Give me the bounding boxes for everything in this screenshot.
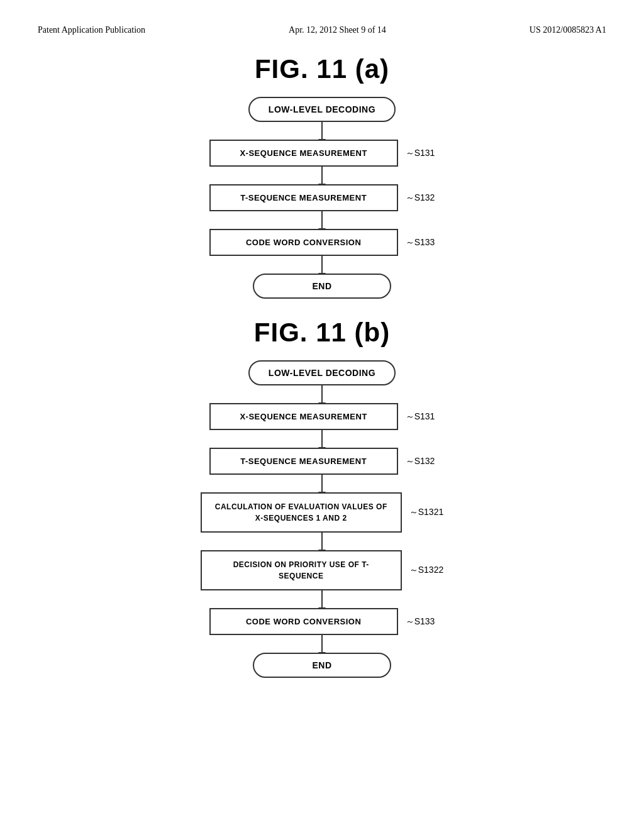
fig11b-label-s1321: ～S1321 [409, 507, 443, 518]
fig11b-process-s1321: CALCULATION OF EVALUATION VALUES OF X-SE… [201, 492, 402, 533]
page-header: Patent Application Publication Apr. 12, … [38, 25, 606, 35]
fig11b-flowchart: LOW-LEVEL DECODING X-SEQUENCE MEASUREMEN… [201, 360, 443, 678]
fig11b-process-s133: CODE WORD CONVERSION [209, 608, 398, 635]
fig11b-label-s1322: ～S1322 [409, 565, 443, 576]
fig11a-label-s132: ～S132 [406, 192, 435, 204]
fig11b-label-s132: ～S132 [406, 456, 435, 467]
fig11a-process-s131: X-SEQUENCE MEASUREMENT [209, 140, 398, 167]
fig11b-process-s132: T-SEQUENCE MEASUREMENT [209, 448, 398, 475]
fig11a-step-end: END [253, 274, 391, 299]
fig11b-arrow-5 [321, 590, 323, 608]
fig11b-arrow-1 [321, 385, 323, 403]
fig11b-step-s1321: CALCULATION OF EVALUATION VALUES OF X-SE… [201, 492, 443, 533]
fig11b-step-s132: T-SEQUENCE MEASUREMENT ～S132 [209, 448, 435, 475]
page: Patent Application Publication Apr. 12, … [0, 0, 644, 830]
fig11b-step-end: END [253, 653, 391, 678]
fig11b-arrow-2 [321, 430, 323, 448]
fig11a-terminal-end: END [253, 274, 391, 299]
fig11a-step-s133: CODE WORD CONVERSION ～S133 [209, 229, 435, 256]
fig11a-arrow-3 [321, 211, 323, 229]
fig11b-arrow-3 [321, 475, 323, 492]
fig11b-arrow-4 [321, 533, 323, 550]
header-right: US 2012/0085823 A1 [530, 25, 606, 35]
fig11b-label-s131: ～S131 [406, 411, 435, 423]
diagrams-container: FIG. 11 (a) LOW-LEVEL DECODING X-SEQUENC… [38, 54, 606, 678]
fig11a-process-s133: CODE WORD CONVERSION [209, 229, 398, 256]
fig11a-flowchart: LOW-LEVEL DECODING X-SEQUENCE MEASUREMEN… [209, 97, 435, 299]
fig11b-arrow-6 [321, 635, 323, 653]
fig11b-process-s1322: DECISION ON PRIORITY USE OF T-SEQUENCE [201, 550, 402, 590]
fig11b-terminal-end: END [253, 653, 391, 678]
fig11b-label-s133: ～S133 [406, 616, 435, 628]
fig11b-terminal-start: LOW-LEVEL DECODING [248, 360, 396, 385]
fig11b-title: FIG. 11 (b) [201, 318, 443, 348]
fig11b-step-start: LOW-LEVEL DECODING [248, 360, 396, 385]
diagram-fig11a: FIG. 11 (a) LOW-LEVEL DECODING X-SEQUENC… [209, 54, 435, 299]
fig11a-terminal-start: LOW-LEVEL DECODING [248, 97, 396, 122]
fig11b-step-s133: CODE WORD CONVERSION ～S133 [209, 608, 435, 635]
diagram-fig11b: FIG. 11 (b) LOW-LEVEL DECODING X-SEQUENC… [201, 318, 443, 678]
fig11b-step-s1322: DECISION ON PRIORITY USE OF T-SEQUENCE ～… [201, 550, 443, 590]
fig11a-step-s132: T-SEQUENCE MEASUREMENT ～S132 [209, 184, 435, 211]
fig11a-process-s132: T-SEQUENCE MEASUREMENT [209, 184, 398, 211]
fig11a-label-s131: ～S131 [406, 148, 435, 159]
fig11b-step-s131: X-SEQUENCE MEASUREMENT ～S131 [209, 403, 435, 430]
fig11a-step-start: LOW-LEVEL DECODING [248, 97, 396, 122]
header-center: Apr. 12, 2012 Sheet 9 of 14 [289, 25, 386, 35]
fig11a-arrow-1 [321, 122, 323, 140]
fig11a-title: FIG. 11 (a) [209, 54, 435, 84]
fig11b-process-s131: X-SEQUENCE MEASUREMENT [209, 403, 398, 430]
header-left: Patent Application Publication [38, 25, 145, 35]
fig11a-arrow-4 [321, 256, 323, 274]
fig11a-arrow-2 [321, 167, 323, 184]
fig11a-step-s131: X-SEQUENCE MEASUREMENT ～S131 [209, 140, 435, 167]
fig11a-label-s133: ～S133 [406, 237, 435, 248]
